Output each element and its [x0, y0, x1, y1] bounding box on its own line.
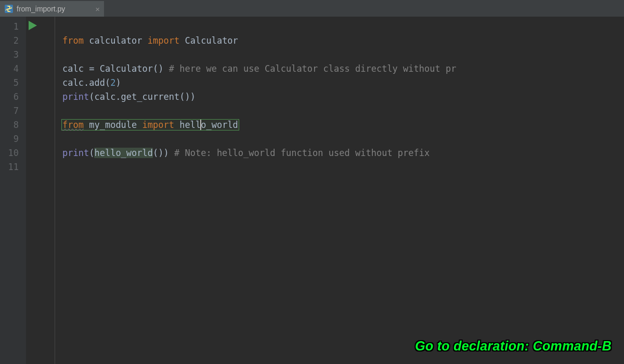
- svg-point-2: [10, 11, 11, 12]
- code-line[interactable]: calc = Calculator() # here we can use Ca…: [62, 62, 624, 76]
- line-number[interactable]: 11: [0, 160, 26, 174]
- identifier: hell: [179, 120, 201, 130]
- gutter-indicator-column: [26, 17, 55, 364]
- identifier-usage: hello_world: [94, 148, 153, 158]
- code-text: (calc.get_current()): [89, 92, 196, 102]
- line-number[interactable]: 6: [0, 90, 26, 104]
- code-line[interactable]: calc.add(2): [62, 76, 624, 90]
- line-number[interactable]: 1: [0, 20, 26, 34]
- code-line[interactable]: print(calc.get_current()): [62, 90, 624, 104]
- tab-filename: from_import.py: [17, 5, 65, 13]
- code-line[interactable]: [62, 160, 624, 174]
- keyword-from: from: [62, 120, 84, 130]
- keyword-import: import: [148, 35, 179, 46]
- code-area[interactable]: from calculator import Calculator calc =…: [55, 17, 624, 364]
- line-number[interactable]: 8: [0, 118, 26, 132]
- file-tab[interactable]: from_import.py ×: [0, 1, 104, 17]
- code-text: ()): [153, 148, 169, 158]
- code-line[interactable]: [62, 20, 624, 34]
- code-line[interactable]: [62, 132, 624, 146]
- line-number[interactable]: 7: [0, 104, 26, 118]
- code-line[interactable]: from my_module import hello_world: [62, 118, 624, 132]
- code-line[interactable]: [62, 48, 624, 62]
- code-text: calc.add(: [62, 77, 110, 88]
- svg-point-1: [7, 6, 8, 7]
- number-literal: 2: [110, 77, 115, 88]
- keyword-from: from: [62, 35, 84, 46]
- line-number[interactable]: 3: [0, 48, 26, 62]
- builtin-func: print: [62, 148, 89, 158]
- code-line[interactable]: [62, 104, 624, 118]
- line-number[interactable]: 4: [0, 62, 26, 76]
- line-number[interactable]: 5: [0, 76, 26, 90]
- code-text: = Calculator(): [89, 63, 163, 74]
- module-name: calculator: [89, 35, 142, 46]
- identifier: calc: [62, 63, 84, 74]
- code-text: (: [89, 148, 94, 158]
- identifier: o_world: [201, 120, 238, 130]
- svg-marker-3: [29, 21, 37, 30]
- code-line[interactable]: print(hello_world()) # Note: hello_world…: [62, 146, 624, 160]
- module-name: my_module: [89, 120, 137, 130]
- line-number[interactable]: 10: [0, 146, 26, 160]
- close-icon[interactable]: ×: [95, 5, 100, 13]
- comment: # Note: hello_world function used withou…: [174, 148, 430, 158]
- gutter: 1 2 3 4 5 6 7 8 9 10 11: [0, 17, 26, 364]
- keyword-import: import: [142, 120, 174, 130]
- line-number[interactable]: 2: [0, 34, 26, 48]
- code-line[interactable]: from calculator import Calculator: [62, 34, 624, 48]
- builtin-func: print: [62, 92, 89, 102]
- selection-highlight: from my_module import hello_world: [61, 119, 239, 131]
- editor: 1 2 3 4 5 6 7 8 9 10 11 from calculator …: [0, 17, 624, 364]
- python-file-icon: [4, 4, 14, 14]
- tab-bar: from_import.py ×: [0, 0, 624, 17]
- class-name: Calculator: [185, 35, 238, 46]
- comment: # here we can use Calculator class direc…: [169, 63, 457, 74]
- shortcut-hint-overlay: Go to declaration: Command-B: [415, 339, 612, 354]
- line-number[interactable]: 9: [0, 132, 26, 146]
- run-icon[interactable]: [27, 20, 38, 33]
- code-text: ): [115, 77, 121, 88]
